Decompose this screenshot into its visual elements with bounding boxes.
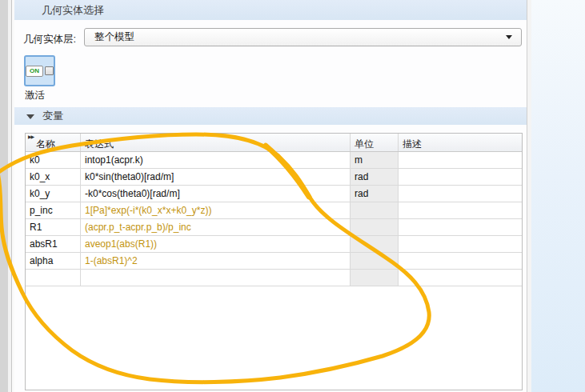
graphics-panel-edge — [531, 0, 585, 392]
cell-expression[interactable]: aveop1(abs(R1)) — [81, 236, 351, 252]
section-variables[interactable]: 变量 — [14, 107, 527, 125]
cell-description[interactable] — [399, 270, 522, 286]
cell-expression[interactable]: intop1(acpr.k) — [81, 152, 351, 168]
cell-unit[interactable] — [351, 236, 399, 252]
cell-description[interactable] — [399, 219, 522, 235]
cell-name[interactable]: k0 — [26, 152, 81, 168]
column-header-name[interactable]: 名称 — [26, 134, 81, 151]
cell-unit[interactable] — [351, 202, 399, 218]
cell-expression[interactable]: (acpr.p_t-acpr.p_b)/p_inc — [81, 219, 351, 235]
cell-description[interactable] — [399, 169, 522, 185]
column-header-expression[interactable]: 表达式 — [81, 134, 351, 151]
cell-name[interactable] — [26, 270, 81, 286]
cell-expression[interactable]: -k0*cos(theta0)[rad/m] — [81, 186, 351, 202]
cell-name[interactable]: absR1 — [26, 236, 81, 252]
activate-label: 激活 — [25, 89, 45, 102]
chevron-down-icon — [506, 35, 512, 39]
table-row: R1 (acpr.p_t-acpr.p_b)/p_inc — [26, 219, 522, 236]
column-options-button[interactable]: ▶▶ — [28, 134, 34, 140]
cell-name[interactable]: p_inc — [26, 202, 81, 218]
table-row: k0_y -k0*cos(theta0)[rad/m] rad — [26, 186, 522, 202]
variables-table-body: k0 intop1(acpr.k) m k0_x k0*sin(theta0)[… — [26, 152, 522, 286]
cell-unit[interactable]: m — [351, 152, 399, 168]
combo-selected-value: 整个模型 — [94, 31, 134, 42]
cell-name[interactable]: alpha — [26, 253, 81, 269]
cell-expression[interactable]: 1-(absR1)^2 — [81, 253, 351, 269]
cell-description[interactable] — [399, 202, 522, 218]
cell-unit[interactable] — [351, 253, 399, 269]
section-title: 几何实体选择 — [42, 4, 104, 16]
table-row: k0_x k0*sin(theta0)[rad/m] rad — [26, 169, 522, 186]
column-header-unit[interactable]: 单位 — [351, 134, 399, 151]
cell-unit[interactable] — [351, 219, 399, 235]
section-title: 变量 — [42, 110, 63, 122]
variables-table: ▶▶ 名称 表达式 单位 描述 k0 intop1(acpr.k) m k0_x… — [25, 133, 523, 390]
cell-description[interactable] — [399, 186, 522, 202]
column-header-description[interactable]: 描述 — [399, 134, 522, 151]
cell-unit[interactable]: rad — [351, 186, 399, 202]
activate-toggle-button[interactable]: ON — [24, 55, 55, 86]
cell-name[interactable]: R1 — [26, 219, 81, 235]
table-row: k0 intop1(acpr.k) m — [26, 152, 522, 169]
checkbox-icon — [45, 66, 54, 75]
settings-panel: 几何实体选择 几何实体层: 整个模型 ON 激活 变量 ▶▶ 名称 表达式 单位… — [14, 0, 527, 392]
cell-name[interactable]: k0_x — [26, 169, 81, 185]
comsol-settings-window: 几何实体选择 几何实体层: 整个模型 ON 激活 变量 ▶▶ 名称 表达式 单位… — [0, 0, 585, 392]
table-row — [26, 270, 522, 286]
section-geometric-entity-selection[interactable]: 几何实体选择 — [14, 0, 527, 20]
cell-description[interactable] — [399, 152, 522, 168]
left-panel-edge — [0, 0, 8, 392]
cell-name[interactable]: k0_y — [26, 186, 81, 202]
table-row: absR1 aveop1(abs(R1)) — [26, 236, 522, 253]
on-state-icon: ON — [26, 66, 43, 77]
cell-unit[interactable] — [351, 270, 399, 286]
entity-layer-label: 几何实体层: — [23, 33, 76, 46]
cell-expression[interactable]: k0*sin(theta0)[rad/m] — [81, 169, 351, 185]
table-row: alpha 1-(absR1)^2 — [26, 253, 522, 270]
variables-table-header: ▶▶ 名称 表达式 单位 描述 — [26, 134, 522, 152]
cell-expression[interactable]: 1[Pa]*exp(-i*(k0_x*x+k0_y*z)) — [81, 202, 351, 218]
cell-unit[interactable]: rad — [351, 169, 399, 185]
table-row: p_inc 1[Pa]*exp(-i*(k0_x*x+k0_y*z)) — [26, 202, 522, 219]
cell-description[interactable] — [399, 236, 522, 252]
collapse-triangle-icon — [26, 114, 34, 119]
cell-description[interactable] — [399, 253, 522, 269]
geometric-entity-level-select[interactable]: 整个模型 — [84, 28, 522, 46]
cell-expression[interactable] — [81, 270, 351, 286]
